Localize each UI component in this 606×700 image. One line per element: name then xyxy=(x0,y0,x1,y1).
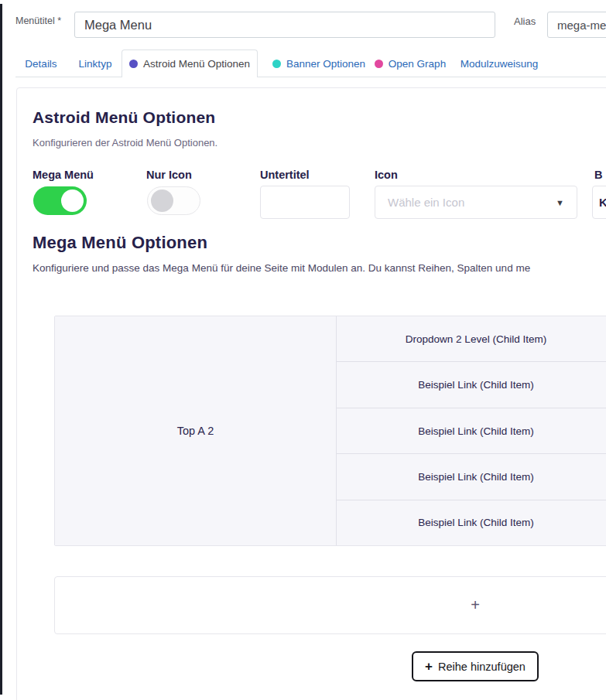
builder-child-cell-label: Beispiel Link (Child Item) xyxy=(418,379,533,391)
plus-icon: + xyxy=(471,596,480,614)
tab-modulzuweisung[interactable]: Modulzuweisung xyxy=(454,51,545,76)
alias-input[interactable] xyxy=(547,12,606,38)
mega-menu-toggle[interactable] xyxy=(33,186,87,215)
untertitel-input[interactable] xyxy=(260,186,350,219)
add-row-button-label: Reihe hinzufügen xyxy=(438,661,526,673)
plus-icon: + xyxy=(425,660,433,673)
nur-icon-toggle-label: Nur Icon xyxy=(146,169,192,181)
window-left-edge xyxy=(0,4,2,695)
nur-icon-toggle[interactable] xyxy=(147,186,200,215)
mega-menu-section-title: Mega Menü Optionen xyxy=(33,233,207,253)
astroid-tab-dot-icon xyxy=(129,60,138,68)
tab-og-label: Open Graph xyxy=(389,58,446,70)
mega-menu-toggle-knob xyxy=(61,190,84,212)
add-column-box[interactable]: + xyxy=(54,576,606,634)
alias-label: Alias xyxy=(514,15,536,27)
badge-input-clipped[interactable] xyxy=(592,186,606,219)
tab-linktyp[interactable]: Linktyp xyxy=(70,51,121,76)
builder-child-cell-label: Dropdown 2 Level (Child Item) xyxy=(406,333,546,345)
builder-child-cell-label: Beispiel Link (Child Item) xyxy=(418,517,533,528)
builder-parent-cell[interactable]: Top A 2 xyxy=(55,316,337,545)
tab-astroid-menu-optionen[interactable]: Astroid Menü Optionen xyxy=(122,50,258,77)
banner-tab-dot-icon xyxy=(272,60,281,68)
tab-astroid-label: Astroid Menü Optionen xyxy=(143,58,250,70)
mega-menu-section-description: Konfiguriere und passe das Mega Menü für… xyxy=(33,262,530,274)
tab-details[interactable]: Details xyxy=(15,51,67,76)
astroid-section-title: Astroid Menü Optionen xyxy=(33,108,215,127)
nur-icon-toggle-knob xyxy=(151,190,173,212)
builder-child-cell-label: Beispiel Link (Child Item) xyxy=(418,471,533,483)
mega-menu-builder-row: Top A 2 Dropdown 2 Level (Child Item) Be… xyxy=(54,316,606,546)
chevron-down-icon: ▼ xyxy=(556,198,564,207)
tab-bar-divider xyxy=(15,77,606,77)
astroid-section-subtitle: Konfigurieren der Astroid Menü Optionen. xyxy=(33,137,217,149)
icon-select-placeholder: Wähle ein Icon xyxy=(388,196,556,209)
menu-title-label: Menütitel * xyxy=(15,15,61,26)
mega-menu-toggle-label: Mega Menü xyxy=(33,169,94,181)
builder-child-cell-label: Beispiel Link (Child Item) xyxy=(418,425,533,437)
menu-title-input[interactable] xyxy=(74,12,495,38)
add-row-button[interactable]: + Reihe hinzufügen xyxy=(412,651,539,681)
icon-select[interactable]: Wähle ein Icon ▼ xyxy=(375,186,577,219)
menu-item-edit-screen: Menütitel * Alias Details Linktyp Astroi… xyxy=(0,0,606,700)
builder-child-cell[interactable]: Dropdown 2 Level (Child Item) xyxy=(337,316,606,362)
tab-linktyp-label: Linktyp xyxy=(79,58,112,70)
tab-details-label: Details xyxy=(25,58,56,70)
untertitel-label: Untertitel xyxy=(260,169,310,181)
builder-child-cell[interactable]: Beispiel Link (Child Item) xyxy=(337,408,606,454)
builder-child-cell[interactable]: Beispiel Link (Child Item) xyxy=(337,500,606,545)
add-row-button-row: + Reihe hinzufügen xyxy=(54,651,606,681)
builder-child-cell[interactable]: Beispiel Link (Child Item) xyxy=(337,454,606,500)
tab-modul-label: Modulzuweisung xyxy=(460,58,539,70)
icon-label: Icon xyxy=(375,169,398,181)
open-graph-tab-dot-icon xyxy=(375,60,383,68)
builder-child-cell[interactable]: Beispiel Link (Child Item) xyxy=(337,362,606,408)
badge-label-clipped: B xyxy=(594,169,602,181)
tab-open-graph[interactable]: Open Graph xyxy=(369,51,451,76)
tab-banner-label: Banner Optionen xyxy=(286,58,365,70)
builder-child-column: Dropdown 2 Level (Child Item) Beispiel L… xyxy=(337,316,606,545)
tab-banner-optionen[interactable]: Banner Optionen xyxy=(271,51,367,76)
builder-parent-cell-label: Top A 2 xyxy=(177,425,214,437)
